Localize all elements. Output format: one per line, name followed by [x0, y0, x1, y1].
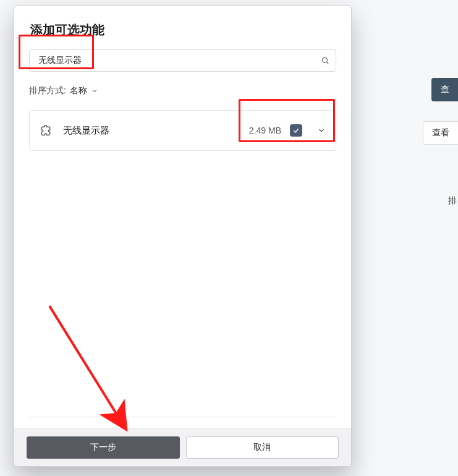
check-icon [292, 127, 300, 134]
sort-label: 排序方式: [29, 85, 66, 96]
dialog-footer: 下一步 取消 [14, 428, 351, 466]
bg-primary-button-label: 查 [441, 84, 449, 95]
puzzle-icon [40, 124, 52, 137]
dialog-title: 添加可选功能 [30, 22, 336, 38]
chevron-down-icon [91, 87, 98, 95]
chevron-down-icon[interactable] [317, 126, 326, 135]
svg-line-1 [327, 62, 329, 64]
feature-list: 无线显示器 2.49 MB [29, 110, 336, 151]
bg-secondary-button-label: 查看 [432, 127, 449, 138]
search-icon [321, 56, 329, 65]
svg-point-0 [322, 57, 327, 62]
bg-primary-button[interactable]: 查 [431, 78, 458, 101]
sort-row: 排序方式: 名称 [29, 85, 336, 96]
bg-secondary-button[interactable]: 查看 [423, 121, 458, 145]
cancel-button-label: 取消 [253, 442, 271, 453]
feature-size: 2.49 MB [249, 125, 281, 135]
body-divider [29, 417, 336, 417]
search-input[interactable] [37, 55, 313, 66]
cancel-button[interactable]: 取消 [186, 436, 339, 459]
sort-value: 名称 [70, 85, 87, 96]
next-button[interactable]: 下一步 [27, 436, 180, 459]
feature-checkbox[interactable] [290, 124, 302, 137]
add-optional-feature-dialog: 添加可选功能 排序方式: 名称 无线显示器 2.49 MB [14, 5, 352, 467]
bg-sort-label: 排 [448, 195, 457, 206]
search-input-wrap[interactable] [29, 49, 336, 72]
feature-item[interactable]: 无线显示器 2.49 MB [29, 110, 336, 151]
feature-name: 无线显示器 [63, 125, 249, 137]
sort-dropdown[interactable]: 名称 [70, 85, 98, 96]
background-right-panel: 查 查看 排 [359, 0, 458, 476]
dialog-body: 添加可选功能 排序方式: 名称 无线显示器 2.49 MB [14, 6, 351, 428]
next-button-label: 下一步 [90, 442, 116, 453]
